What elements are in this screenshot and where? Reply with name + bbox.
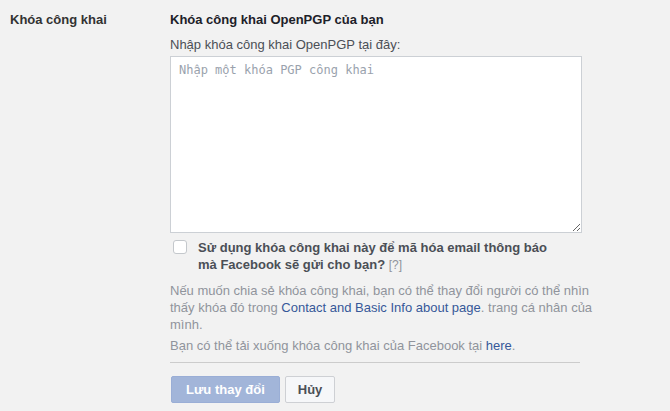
settings-row-label: Khóa công khai	[10, 12, 107, 27]
contact-basic-info-link[interactable]: Contact and Basic Info about page	[281, 300, 480, 315]
download-key-note-text-before: Bạn có thể tải xuống khóa công khai của …	[170, 338, 486, 353]
encrypt-email-checkbox-label[interactable]: Sử dụng khóa công khai này để mã hóa ema…	[198, 239, 566, 274]
public-key-settings-section: Khóa công khai Khóa công khai OpenPGP củ…	[0, 0, 670, 411]
download-key-note-text-after: .	[512, 338, 516, 353]
pgp-key-input[interactable]	[170, 56, 582, 233]
save-changes-button[interactable]: Lưu thay đổi	[171, 376, 280, 403]
encrypt-email-checkbox[interactable]	[173, 240, 187, 254]
action-buttons: Lưu thay đổi Hủy	[171, 376, 335, 403]
download-key-here-link[interactable]: here	[486, 338, 512, 353]
section-heading: Khóa công khai OpenPGP của bạn	[170, 12, 384, 27]
textarea-label: Nhập khóa công khai OpenPGP tại đây:	[170, 37, 400, 52]
checkbox-label-text: Sử dụng khóa công khai này để mã hóa ema…	[198, 240, 547, 272]
encrypt-email-option: Sử dụng khóa công khai này để mã hóa ema…	[173, 239, 573, 274]
help-icon[interactable]: [?]	[389, 258, 402, 272]
share-key-note: Nếu muốn chia sẻ khóa công khai, bạn có …	[170, 282, 604, 333]
section-divider	[170, 362, 580, 363]
cancel-button[interactable]: Hủy	[285, 376, 336, 403]
download-key-note: Bạn có thể tải xuống khóa công khai của …	[170, 337, 604, 354]
